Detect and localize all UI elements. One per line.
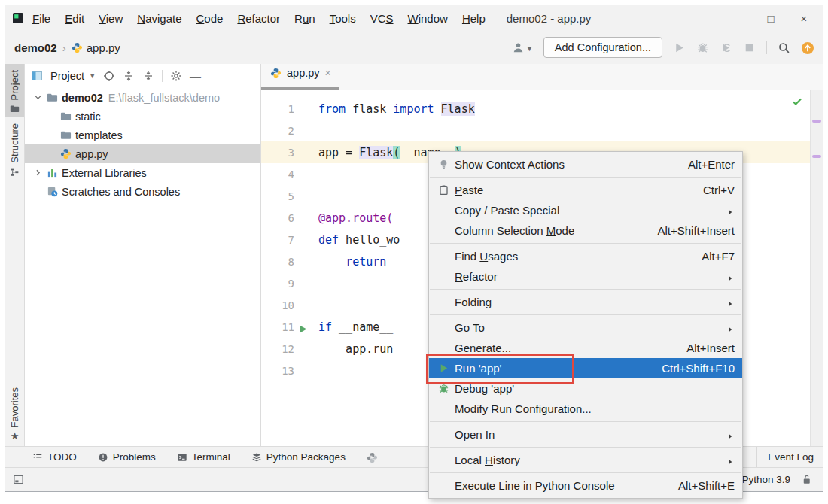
run-button[interactable] bbox=[673, 41, 686, 54]
menubar-item-edit[interactable]: Edit bbox=[65, 12, 84, 25]
submenu-arrow-icon bbox=[726, 323, 735, 332]
folder-icon bbox=[44, 92, 59, 103]
menubar-item-help[interactable]: Help bbox=[462, 12, 486, 25]
chevron-down-icon: ▼ bbox=[89, 72, 96, 80]
chevron-down-icon[interactable] bbox=[31, 93, 44, 102]
menu-item-label: Show Context Actions bbox=[455, 158, 565, 171]
debug-button[interactable] bbox=[696, 41, 709, 54]
menu-separator bbox=[430, 289, 741, 290]
editor-scrollbar[interactable] bbox=[810, 90, 823, 446]
context-menu-item-local-history[interactable]: Local History bbox=[429, 450, 742, 470]
user-account-button[interactable]: ▼ bbox=[512, 41, 533, 54]
minimize-button[interactable]: – bbox=[732, 12, 743, 25]
context-menu-item-modify-run-configuration---[interactable]: Modify Run Configuration... bbox=[429, 399, 742, 419]
tree-item-app-py[interactable]: app.py bbox=[25, 144, 260, 163]
menu-separator bbox=[430, 314, 741, 315]
code-text: @app.route( bbox=[308, 211, 393, 225]
tree-item-label: app.py bbox=[75, 148, 108, 160]
collapse-all-icon[interactable] bbox=[142, 70, 154, 82]
code-text: return bbox=[308, 255, 386, 269]
tool-window-tab-python-console[interactable] bbox=[367, 452, 377, 463]
add-configuration-button[interactable]: Add Configuration... bbox=[543, 37, 662, 58]
python-file-icon bbox=[72, 42, 83, 53]
menubar-item-file[interactable]: File bbox=[32, 12, 50, 25]
pygray-icon bbox=[367, 452, 377, 463]
project-panel-header: Project ▼ — bbox=[25, 64, 260, 88]
tree-item-scratches-and-consoles[interactable]: Scratches and Consoles bbox=[25, 182, 260, 201]
context-menu-item-open-in[interactable]: Open In bbox=[429, 424, 742, 445]
hide-panel-icon[interactable]: — bbox=[190, 70, 201, 83]
tool-window-tab-label: Problems bbox=[113, 451, 156, 463]
menu-item-label: Debug 'app' bbox=[455, 382, 514, 395]
tool-window-tab-terminal[interactable]: Terminal bbox=[177, 451, 230, 463]
chevron-right-icon[interactable] bbox=[31, 168, 44, 178]
run-with-coverage-button[interactable] bbox=[720, 41, 732, 54]
line-number: 12 bbox=[261, 343, 308, 355]
code-text: from flask import Flask bbox=[308, 102, 475, 116]
maximize-button[interactable]: □ bbox=[766, 12, 776, 25]
tool-window-toggle-icon[interactable] bbox=[13, 474, 24, 485]
paste-icon bbox=[435, 184, 452, 196]
user-icon bbox=[512, 41, 525, 54]
menubar-item-navigate[interactable]: Navigate bbox=[137, 12, 181, 25]
context-menu-item-run--app-[interactable]: Run 'app'Ctrl+Shift+F10 bbox=[429, 358, 742, 378]
context-menu-item-find-usages[interactable]: Find UsagesAlt+F7 bbox=[429, 246, 742, 266]
debug-icon bbox=[435, 383, 452, 394]
tree-item-templates[interactable]: templates bbox=[25, 126, 260, 144]
submenu-arrow-icon bbox=[726, 430, 735, 439]
python-interpreter-selector[interactable]: Python 3.9 bbox=[741, 474, 790, 485]
menubar-item-vcs[interactable]: VCS bbox=[370, 12, 394, 25]
close-tab-icon[interactable]: × bbox=[325, 67, 331, 79]
run-line-icon[interactable] bbox=[298, 324, 308, 334]
menu-separator bbox=[430, 421, 741, 422]
locate-file-icon[interactable] bbox=[103, 70, 115, 82]
tool-strip-favorites[interactable]: Favorites★ bbox=[5, 381, 24, 446]
menubar-item-view[interactable]: View bbox=[99, 12, 123, 25]
menu-item-label: Copy / Paste Special bbox=[455, 204, 559, 217]
menu-item-label: Go To bbox=[455, 321, 485, 334]
menubar-item-code[interactable]: Code bbox=[196, 12, 224, 25]
context-menu-item-execute-line-in-python-console[interactable]: Execute Line in Python ConsoleAlt+Shift+… bbox=[429, 475, 742, 496]
search-everywhere-icon[interactable] bbox=[778, 41, 790, 54]
context-menu-item-show-context-actions[interactable]: Show Context ActionsAlt+Enter bbox=[429, 154, 742, 175]
expand-all-icon[interactable] bbox=[123, 70, 135, 82]
breadcrumb-project[interactable]: demo02 bbox=[14, 41, 57, 54]
context-menu-item-column-selection-mode[interactable]: Column Selection ModeAlt+Shift+Insert bbox=[429, 220, 742, 241]
tool-window-tab-todo[interactable]: TODO bbox=[32, 451, 77, 463]
breadcrumb-file[interactable]: app.py bbox=[87, 41, 120, 54]
project-panel-title[interactable]: Project bbox=[50, 70, 84, 82]
tree-item-static[interactable]: static bbox=[25, 107, 260, 126]
tool-strip-structure[interactable]: Structure bbox=[5, 117, 24, 181]
tree-item-external-libraries[interactable]: External Libraries bbox=[25, 163, 260, 182]
tree-item-demo02[interactable]: demo02E:\flask_fullstack\demo bbox=[25, 88, 260, 107]
context-menu-item-paste[interactable]: PasteCtrl+V bbox=[429, 180, 742, 200]
close-button[interactable]: × bbox=[799, 12, 809, 25]
line-number: 10 bbox=[261, 299, 308, 311]
unlock-icon[interactable] bbox=[801, 474, 812, 485]
menu-item-shortcut: Alt+Enter bbox=[688, 158, 735, 171]
event-log-button[interactable]: Event Log bbox=[756, 447, 814, 467]
stop-button[interactable] bbox=[743, 41, 756, 54]
context-menu-item-copy---paste-special[interactable]: Copy / Paste Special bbox=[429, 200, 742, 220]
menu-item-label: Column Selection Mode bbox=[455, 224, 574, 237]
editor-context-menu: Show Context ActionsAlt+EnterPasteCtrl+V… bbox=[428, 151, 743, 499]
run-icon bbox=[435, 363, 452, 374]
ide-update-icon[interactable] bbox=[801, 41, 814, 54]
menu-item-label: Modify Run Configuration... bbox=[455, 402, 592, 415]
context-menu-item-go-to[interactable]: Go To bbox=[429, 317, 742, 338]
menubar-item-run[interactable]: Run bbox=[294, 12, 315, 25]
tool-window-tab-problems[interactable]: Problems bbox=[98, 451, 156, 463]
context-menu-item-folding[interactable]: Folding bbox=[429, 292, 742, 312]
context-menu-item-refactor[interactable]: Refactor bbox=[429, 266, 742, 287]
tool-window-tab-python-packages[interactable]: Python Packages bbox=[251, 451, 346, 463]
tool-strip-project[interactable]: Project bbox=[5, 64, 24, 117]
context-menu-item-debug--app-[interactable]: Debug 'app' bbox=[429, 378, 742, 399]
tab-app-py[interactable]: app.py × bbox=[261, 64, 339, 90]
menubar-item-window[interactable]: Window bbox=[408, 12, 448, 25]
menubar-item-tools[interactable]: Tools bbox=[330, 12, 356, 25]
terminal-icon bbox=[177, 452, 187, 463]
context-menu-item-generate---[interactable]: Generate...Alt+Insert bbox=[429, 338, 742, 358]
menu-item-label: Paste bbox=[455, 184, 483, 196]
menubar-item-refactor[interactable]: Refactor bbox=[237, 12, 280, 25]
settings-gear-icon[interactable] bbox=[170, 70, 182, 82]
